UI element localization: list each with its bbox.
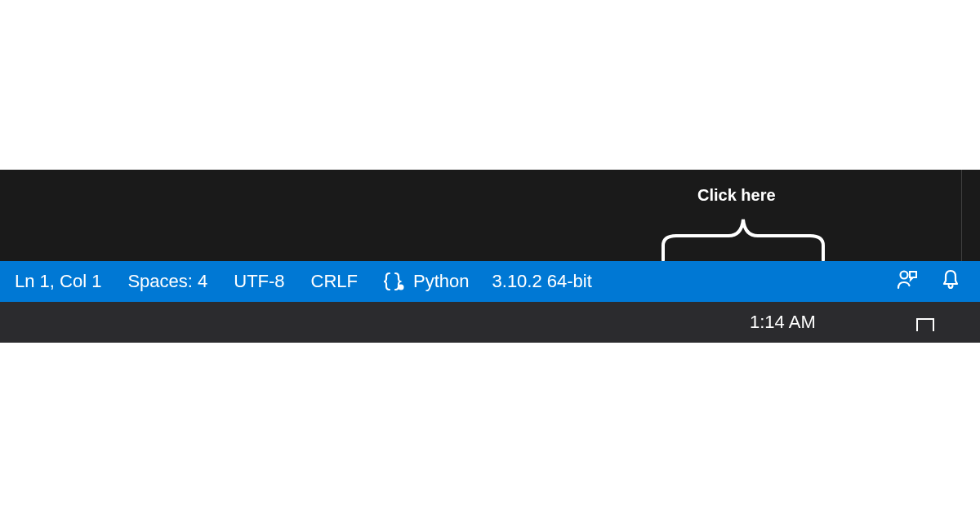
bell-icon (941, 268, 960, 295)
encoding[interactable]: UTF-8 (234, 271, 284, 292)
language-label: Python (413, 271, 470, 292)
cursor-position-label: Ln 1, Col 1 (15, 271, 101, 292)
feedback-button[interactable] (897, 268, 918, 295)
notifications-button[interactable] (941, 268, 960, 295)
tray-indicator-icon[interactable] (916, 318, 934, 331)
encoding-label: UTF-8 (234, 271, 284, 292)
person-feedback-icon (897, 268, 918, 295)
status-bar: Ln 1, Col 1 Spaces: 4 UTF-8 CRLF Python … (0, 261, 980, 302)
status-bar-right (897, 268, 960, 295)
python-interpreter[interactable]: 3.10.2 64-bit (492, 271, 592, 292)
windows-taskbar: 1:14 AM (0, 302, 980, 343)
brace-annotation-icon (662, 213, 825, 262)
interpreter-label: 3.10.2 64-bit (492, 271, 592, 292)
language-mode[interactable]: Python (384, 271, 470, 292)
eol-label: CRLF (311, 271, 358, 292)
eol-sequence[interactable]: CRLF (311, 271, 358, 292)
svg-point-0 (399, 285, 404, 290)
cursor-position[interactable]: Ln 1, Col 1 (15, 271, 101, 292)
vertical-separator (961, 170, 962, 261)
indentation[interactable]: Spaces: 4 (127, 271, 207, 292)
svg-point-1 (901, 272, 908, 279)
braces-icon (384, 272, 405, 291)
indentation-label: Spaces: 4 (127, 271, 207, 292)
system-clock[interactable]: 1:14 AM (750, 312, 816, 333)
annotation-click-here: Click here (697, 186, 776, 205)
